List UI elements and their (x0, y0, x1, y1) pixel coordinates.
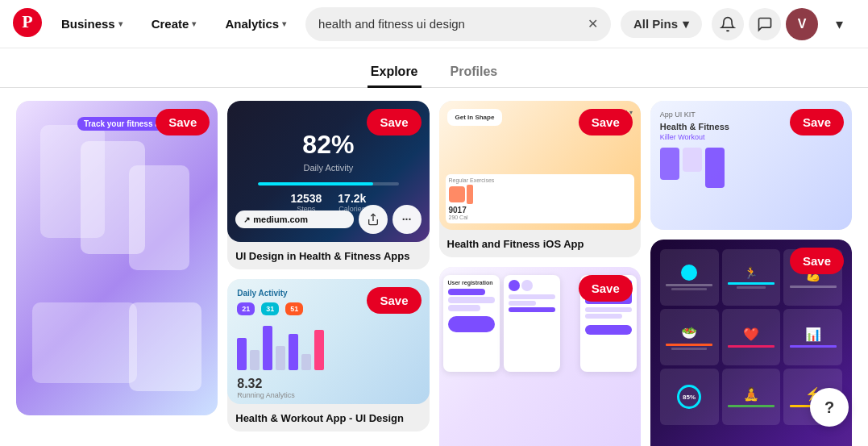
save-button[interactable]: Save (156, 109, 210, 135)
user-avatar[interactable]: V (786, 8, 818, 40)
pinterest-logo[interactable]: P (13, 8, 42, 40)
nav-analytics[interactable]: Analytics ▾ (215, 10, 296, 37)
save-button[interactable]: Save (367, 287, 421, 314)
avatar-letter: V (798, 17, 807, 31)
save-button[interactable]: Save (579, 275, 633, 302)
pin-title: UI Design in Health & Fitness Apps (235, 250, 409, 262)
create-chevron-icon: ▾ (192, 19, 196, 28)
search-input[interactable] (318, 17, 581, 31)
search-tabs: Explore Profiles (0, 48, 868, 88)
tab-explore[interactable]: Explore (368, 58, 422, 88)
svg-text:P: P (22, 11, 32, 31)
help-button[interactable]: ? (810, 388, 849, 427)
nav-create-label: Create (152, 17, 189, 31)
tab-profiles[interactable]: Profiles (447, 58, 501, 88)
search-bar: ✕ (305, 7, 611, 41)
all-pins-button[interactable]: All Pins ▾ (621, 10, 702, 38)
tab-profiles-label: Profiles (451, 65, 498, 78)
tab-explore-label: Explore (371, 65, 418, 78)
all-pins-label: All Pins (633, 17, 678, 31)
all-pins-chevron-icon: ▾ (683, 17, 689, 31)
share-button[interactable] (359, 205, 388, 234)
message-icon (757, 16, 773, 32)
list-item[interactable]: App UI KIT Health & Fitness Killer Worko… (650, 101, 852, 230)
source-label: medium.com (253, 215, 308, 224)
messages-button[interactable] (749, 8, 781, 40)
header: P Business ▾ Create ▾ Analytics ▾ ✕ All … (0, 0, 868, 48)
nav-analytics-label: Analytics (225, 17, 279, 31)
list-item[interactable]: Daily Activity 21 31 51 8.32 Running Ana… (227, 279, 429, 431)
search-clear-icon[interactable]: ✕ (588, 16, 598, 31)
list-item[interactable]: 82% Daily Activity 12538 Steps 17.2k Cal… (227, 101, 429, 269)
pin-title-area: Health & Workout App - UI Design (227, 404, 429, 431)
pin-title-area: UI Design in Health & Fitness Apps (227, 242, 429, 269)
pin-title-area: Health and Fitness iOS App (439, 230, 641, 257)
chevron-down-icon: ▾ (836, 15, 843, 33)
share-icon (367, 213, 380, 226)
pins-grid: Track your fitness and health Save 82% D… (0, 88, 868, 446)
save-button[interactable]: Save (579, 109, 633, 135)
help-label: ? (824, 398, 834, 417)
nav-business[interactable]: Business ▾ (52, 10, 132, 37)
list-item[interactable]: User registration $120 (439, 267, 641, 446)
notifications-button[interactable] (712, 8, 744, 40)
more-options-button[interactable]: ▾ (823, 8, 855, 40)
pin-source: ↗ medium.com (235, 210, 353, 228)
external-link-icon: ↗ (243, 215, 250, 224)
more-button[interactable]: ··· (392, 205, 422, 234)
pin-title: Health and Fitness iOS App (447, 238, 584, 250)
save-button[interactable]: Save (790, 109, 844, 135)
pin-title: Health & Workout App - UI Design (235, 412, 404, 424)
business-chevron-icon: ▾ (118, 19, 123, 28)
save-button[interactable]: Save (367, 109, 421, 135)
pin-actions: ↗ medium.com ··· (235, 205, 421, 234)
save-button[interactable]: Save (790, 248, 844, 274)
list-item[interactable]: Track your fitness and health Save (16, 101, 218, 415)
header-icons: V ▾ (712, 8, 855, 40)
list-item[interactable]: Get In Shape Monday 27 ▾ Regular Exercis… (439, 101, 641, 257)
analytics-chevron-icon: ▾ (282, 19, 286, 28)
nav-create[interactable]: Create ▾ (142, 10, 206, 37)
bell-icon (720, 16, 736, 32)
nav-business-label: Business (61, 17, 115, 31)
